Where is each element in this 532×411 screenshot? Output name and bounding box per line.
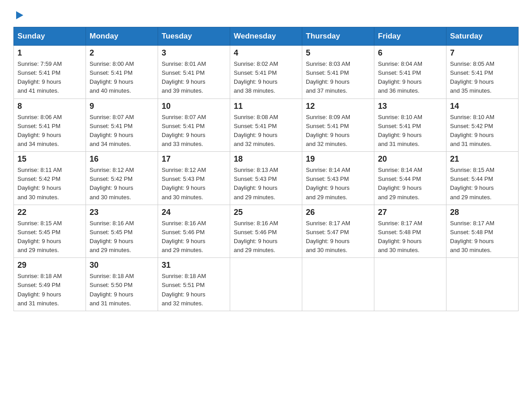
day-number: 29	[17, 261, 82, 270]
day-info: Sunrise: 8:15 AMSunset: 5:44 PMDaylight:…	[450, 166, 515, 202]
calendar-week-row: 15 Sunrise: 8:11 AMSunset: 5:42 PMDaylig…	[14, 152, 519, 205]
calendar-cell: 27 Sunrise: 8:17 AMSunset: 5:48 PMDaylig…	[374, 205, 446, 258]
calendar-cell: 14 Sunrise: 8:10 AMSunset: 5:42 PMDaylig…	[446, 98, 519, 152]
day-info: Sunrise: 8:13 AMSunset: 5:43 PMDaylight:…	[234, 166, 298, 202]
calendar-cell	[302, 258, 374, 311]
day-number: 4	[234, 48, 298, 58]
day-number: 26	[306, 208, 370, 217]
calendar-cell: 31 Sunrise: 8:18 AMSunset: 5:51 PMDaylig…	[158, 258, 230, 311]
day-number: 3	[162, 48, 226, 58]
calendar-cell: 18 Sunrise: 8:13 AMSunset: 5:43 PMDaylig…	[230, 152, 302, 205]
calendar-cell: 6 Sunrise: 8:04 AMSunset: 5:41 PMDayligh…	[374, 46, 446, 99]
day-info: Sunrise: 8:11 AMSunset: 5:42 PMDaylight:…	[17, 166, 82, 202]
day-number: 6	[378, 48, 442, 58]
day-info: Sunrise: 8:07 AMSunset: 5:41 PMDaylight:…	[162, 113, 226, 149]
day-number: 9	[90, 102, 154, 111]
day-number: 12	[306, 102, 370, 111]
day-info: Sunrise: 8:17 AMSunset: 5:47 PMDaylight:…	[306, 219, 370, 255]
logo-top	[13, 9, 24, 19]
calendar-cell: 5 Sunrise: 8:03 AMSunset: 5:41 PMDayligh…	[302, 46, 374, 99]
day-number: 22	[17, 208, 82, 217]
calendar-cell: 28 Sunrise: 8:17 AMSunset: 5:48 PMDaylig…	[446, 205, 519, 258]
calendar-week-row: 22 Sunrise: 8:15 AMSunset: 5:45 PMDaylig…	[14, 205, 519, 258]
svg-marker-0	[16, 11, 23, 19]
day-info: Sunrise: 8:16 AMSunset: 5:46 PMDaylight:…	[162, 219, 226, 255]
calendar-cell	[446, 258, 519, 311]
day-info: Sunrise: 8:18 AMSunset: 5:50 PMDaylight:…	[90, 272, 154, 308]
calendar-header-row: SundayMondayTuesdayWednesdayThursdayFrid…	[14, 27, 519, 46]
day-number: 28	[450, 208, 515, 217]
calendar-cell: 8 Sunrise: 8:06 AMSunset: 5:41 PMDayligh…	[14, 98, 86, 152]
calendar-cell: 24 Sunrise: 8:16 AMSunset: 5:46 PMDaylig…	[158, 205, 230, 258]
day-number: 17	[162, 154, 226, 164]
day-number: 16	[90, 154, 154, 164]
day-info: Sunrise: 8:17 AMSunset: 5:48 PMDaylight:…	[378, 219, 442, 255]
weekday-header-monday: Monday	[86, 27, 158, 46]
weekday-header-wednesday: Wednesday	[230, 27, 302, 46]
day-info: Sunrise: 8:05 AMSunset: 5:41 PMDaylight:…	[450, 60, 515, 96]
day-number: 11	[234, 102, 298, 111]
day-number: 30	[90, 261, 154, 270]
day-number: 27	[378, 208, 442, 217]
calendar-cell: 13 Sunrise: 8:10 AMSunset: 5:41 PMDaylig…	[374, 98, 446, 152]
day-number: 8	[17, 102, 82, 111]
day-info: Sunrise: 8:18 AMSunset: 5:49 PMDaylight:…	[17, 272, 82, 308]
calendar-cell: 22 Sunrise: 8:15 AMSunset: 5:45 PMDaylig…	[14, 205, 86, 258]
day-number: 21	[450, 154, 515, 164]
calendar-cell: 11 Sunrise: 8:08 AMSunset: 5:41 PMDaylig…	[230, 98, 302, 152]
day-info: Sunrise: 8:00 AMSunset: 5:41 PMDaylight:…	[90, 60, 154, 96]
day-info: Sunrise: 8:03 AMSunset: 5:41 PMDaylight:…	[306, 60, 370, 96]
calendar-cell: 17 Sunrise: 8:12 AMSunset: 5:43 PMDaylig…	[158, 152, 230, 205]
day-info: Sunrise: 8:02 AMSunset: 5:41 PMDaylight:…	[234, 60, 298, 96]
weekday-header-thursday: Thursday	[302, 27, 374, 46]
calendar-table: SundayMondayTuesdayWednesdayThursdayFrid…	[13, 27, 519, 311]
calendar-cell: 16 Sunrise: 8:12 AMSunset: 5:42 PMDaylig…	[86, 152, 158, 205]
weekday-header-friday: Friday	[374, 27, 446, 46]
calendar-cell: 7 Sunrise: 8:05 AMSunset: 5:41 PMDayligh…	[446, 46, 519, 99]
logo	[13, 9, 24, 18]
day-number: 20	[378, 154, 442, 164]
calendar-cell: 30 Sunrise: 8:18 AMSunset: 5:50 PMDaylig…	[86, 258, 158, 311]
day-number: 5	[306, 48, 370, 58]
day-info: Sunrise: 8:14 AMSunset: 5:44 PMDaylight:…	[378, 166, 442, 202]
calendar-cell: 26 Sunrise: 8:17 AMSunset: 5:47 PMDaylig…	[302, 205, 374, 258]
day-number: 18	[234, 154, 298, 164]
calendar-cell: 25 Sunrise: 8:16 AMSunset: 5:46 PMDaylig…	[230, 205, 302, 258]
page-header	[13, 9, 519, 18]
day-info: Sunrise: 7:59 AMSunset: 5:41 PMDaylight:…	[17, 60, 82, 96]
day-info: Sunrise: 8:15 AMSunset: 5:45 PMDaylight:…	[17, 219, 82, 255]
day-number: 19	[306, 154, 370, 164]
calendar-cell: 20 Sunrise: 8:14 AMSunset: 5:44 PMDaylig…	[374, 152, 446, 205]
calendar-cell: 21 Sunrise: 8:15 AMSunset: 5:44 PMDaylig…	[446, 152, 519, 205]
day-number: 23	[90, 208, 154, 217]
calendar-cell: 3 Sunrise: 8:01 AMSunset: 5:41 PMDayligh…	[158, 46, 230, 99]
calendar-week-row: 29 Sunrise: 8:18 AMSunset: 5:49 PMDaylig…	[14, 258, 519, 311]
day-number: 13	[378, 102, 442, 111]
day-number: 31	[162, 261, 226, 270]
day-info: Sunrise: 8:07 AMSunset: 5:41 PMDaylight:…	[90, 113, 154, 149]
day-number: 7	[450, 48, 515, 58]
day-info: Sunrise: 8:18 AMSunset: 5:51 PMDaylight:…	[162, 272, 226, 308]
calendar-cell: 2 Sunrise: 8:00 AMSunset: 5:41 PMDayligh…	[86, 46, 158, 99]
day-info: Sunrise: 8:16 AMSunset: 5:46 PMDaylight:…	[234, 219, 298, 255]
calendar-cell: 9 Sunrise: 8:07 AMSunset: 5:41 PMDayligh…	[86, 98, 158, 152]
calendar-week-row: 1 Sunrise: 7:59 AMSunset: 5:41 PMDayligh…	[14, 46, 519, 99]
calendar-cell	[230, 258, 302, 311]
day-number: 10	[162, 102, 226, 111]
day-info: Sunrise: 8:17 AMSunset: 5:48 PMDaylight:…	[450, 219, 515, 255]
weekday-header-saturday: Saturday	[446, 27, 519, 46]
day-number: 25	[234, 208, 298, 217]
day-number: 15	[17, 154, 82, 164]
calendar-cell: 4 Sunrise: 8:02 AMSunset: 5:41 PMDayligh…	[230, 46, 302, 99]
calendar-cell: 12 Sunrise: 8:09 AMSunset: 5:41 PMDaylig…	[302, 98, 374, 152]
day-info: Sunrise: 8:06 AMSunset: 5:41 PMDaylight:…	[17, 113, 82, 149]
calendar-cell: 19 Sunrise: 8:14 AMSunset: 5:43 PMDaylig…	[302, 152, 374, 205]
day-info: Sunrise: 8:10 AMSunset: 5:42 PMDaylight:…	[450, 113, 515, 149]
calendar-cell: 15 Sunrise: 8:11 AMSunset: 5:42 PMDaylig…	[14, 152, 86, 205]
day-info: Sunrise: 8:12 AMSunset: 5:42 PMDaylight:…	[90, 166, 154, 202]
calendar-cell: 1 Sunrise: 7:59 AMSunset: 5:41 PMDayligh…	[14, 46, 86, 99]
day-info: Sunrise: 8:16 AMSunset: 5:45 PMDaylight:…	[90, 219, 154, 255]
calendar-cell: 10 Sunrise: 8:07 AMSunset: 5:41 PMDaylig…	[158, 98, 230, 152]
weekday-header-tuesday: Tuesday	[158, 27, 230, 46]
day-info: Sunrise: 8:10 AMSunset: 5:41 PMDaylight:…	[378, 113, 442, 149]
